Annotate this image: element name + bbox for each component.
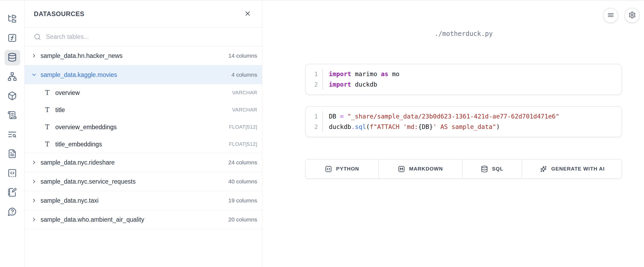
table-group: sample_data.nyc.service_requests40 colum… [25, 172, 262, 191]
rail-item-file-explorer[interactable] [5, 11, 20, 27]
chevron-right-icon [31, 53, 37, 59]
code-line: 1import marimo as mo [306, 69, 621, 79]
rail-item-snippets[interactable] [5, 166, 20, 181]
column-type: FLOAT[512] [229, 141, 257, 147]
table-name: sample_data.nyc.taxi [41, 197, 99, 204]
datasources-panel: DATASOURCES sample_data.hn.hacker_news14… [25, 1, 262, 267]
activity-rail [0, 1, 25, 267]
line-number: 2 [306, 122, 323, 132]
add-cell-markdown-button[interactable]: MARKDOWN [378, 160, 462, 178]
square-m-icon [398, 165, 405, 173]
text-type-icon: T [44, 124, 50, 130]
table-column-count: 4 columns [231, 72, 257, 78]
code-cell-1[interactable]: 1import marimo as mo2import duckdb [305, 64, 622, 95]
code-cell-2[interactable]: 1DB = "_share/sample_data/23b0d623-1361-… [305, 106, 622, 137]
add-cell-python-button[interactable]: PYTHON [306, 160, 378, 178]
network-icon [8, 72, 17, 82]
close-panel-button[interactable] [243, 9, 252, 19]
table-column-count: 24 columns [228, 159, 257, 166]
column-type: VARCHAR [232, 107, 257, 113]
table-column-count: 14 columns [228, 53, 257, 59]
settings-button[interactable] [624, 8, 640, 23]
search-input[interactable] [46, 33, 253, 40]
column-type: VARCHAR [232, 90, 257, 96]
rail-item-packages[interactable] [5, 88, 20, 104]
column-row[interactable]: ToverviewVARCHAR [25, 84, 262, 101]
table-group: sample_data.who.ambient_air_quality20 co… [25, 210, 262, 229]
text-type-icon: T [44, 141, 50, 147]
chevron-right-icon [31, 217, 37, 222]
notebook-main: ./motherduck.py 1import marimo as mo2imp… [262, 1, 644, 267]
code-line: 1DB = "_share/sample_data/23b0d623-1361-… [306, 111, 621, 122]
table-name: sample_data.hn.hacker_news [41, 52, 123, 60]
column-type: FLOAT[512] [229, 124, 257, 130]
table-name: sample_data.nyc.service_requests [41, 178, 136, 185]
text-search-icon [8, 130, 17, 140]
line-number: 1 [306, 69, 323, 79]
table-row[interactable]: sample_data.hn.hacker_news14 columns [25, 46, 262, 65]
scroll-text-icon [8, 110, 17, 121]
rail-item-logs[interactable] [5, 108, 20, 123]
column-row[interactable]: TtitleVARCHAR [25, 101, 262, 118]
folder-tree-icon [8, 14, 17, 24]
notebook-pen-icon [8, 188, 17, 198]
table-group: sample_data.hn.hacker_news14 columns [25, 46, 262, 65]
file-text-icon [8, 149, 17, 160]
square-code-icon [325, 165, 332, 173]
column-name: overview_embeddings [55, 124, 117, 131]
rail-item-scratchpad[interactable] [5, 185, 20, 201]
notebook-filename: ./motherduck.py [305, 30, 622, 39]
table-column-count: 20 columns [228, 216, 257, 223]
chevron-right-icon [31, 160, 37, 165]
code-text: DB = "_share/sample_data/23b0d623-1361-4… [323, 111, 559, 122]
app-window: DATASOURCES sample_data.hn.hacker_news14… [0, 0, 644, 267]
square-dashed-bottom-code-icon [8, 168, 17, 179]
database-icon [481, 165, 488, 173]
add-cell-button-label: MARKDOWN [409, 166, 443, 172]
table-group: sample_data.kaggle.movies4 columnsToverv… [25, 65, 262, 153]
table-column-count: 19 columns [228, 197, 257, 204]
search-row [25, 28, 262, 46]
add-cell-button-label: GENERATE WITH AI [551, 166, 605, 172]
column-row[interactable]: Ttitle_embeddingsFLOAT[512] [25, 136, 262, 153]
code-text: import duckdb [323, 79, 377, 90]
notebook-document: ./motherduck.py 1import marimo as mo2imp… [305, 1, 622, 179]
settings-icon [628, 11, 636, 20]
add-cell-sql-button[interactable]: SQL [462, 160, 522, 178]
column-name: title [55, 106, 65, 114]
database-icon [8, 53, 17, 63]
table-group: sample_data.nyc.taxi19 columns [25, 191, 262, 210]
rail-item-dependencies[interactable] [5, 69, 20, 85]
column-name: title_embeddings [55, 141, 102, 148]
code-text: import marimo as mo [323, 69, 399, 79]
code-line: 2import duckdb [306, 79, 621, 90]
add-cell-button-label: PYTHON [336, 166, 359, 172]
table-row[interactable]: sample_data.nyc.rideshare24 columns [25, 153, 262, 172]
rail-item-datasources[interactable] [5, 50, 20, 65]
square-function-icon [8, 33, 17, 44]
table-list: sample_data.hn.hacker_news14 columnssamp… [25, 46, 262, 267]
add-cell-generate-ai-button[interactable]: GENERATE WITH AI [522, 160, 622, 178]
table-row[interactable]: sample_data.nyc.service_requests40 colum… [25, 172, 262, 191]
column-row[interactable]: Toverview_embeddingsFLOAT[512] [25, 118, 262, 136]
chevron-down-icon [31, 72, 37, 78]
table-name: sample_data.kaggle.movies [41, 71, 117, 79]
column-name: overview [55, 89, 80, 97]
rail-item-help[interactable] [5, 204, 20, 220]
cells-container: 1import marimo as mo2import duckdb1DB = … [305, 64, 622, 137]
rail-item-tracebacks[interactable] [5, 127, 20, 143]
table-row[interactable]: sample_data.nyc.taxi19 columns [25, 191, 262, 210]
sparkles-icon [540, 165, 547, 173]
close-icon [244, 10, 251, 18]
chevron-right-icon [31, 179, 37, 184]
table-row[interactable]: sample_data.kaggle.movies4 columns [25, 65, 262, 84]
box-icon [8, 91, 17, 102]
rail-item-documentation[interactable] [5, 146, 20, 162]
rail-item-variables[interactable] [5, 31, 20, 46]
table-row[interactable]: sample_data.who.ambient_air_quality20 co… [25, 210, 262, 229]
chevron-right-icon [31, 198, 37, 203]
text-type-icon: T [44, 90, 50, 96]
panel-title: DATASOURCES [34, 10, 84, 18]
line-number: 1 [306, 111, 323, 122]
search-icon [34, 33, 41, 40]
